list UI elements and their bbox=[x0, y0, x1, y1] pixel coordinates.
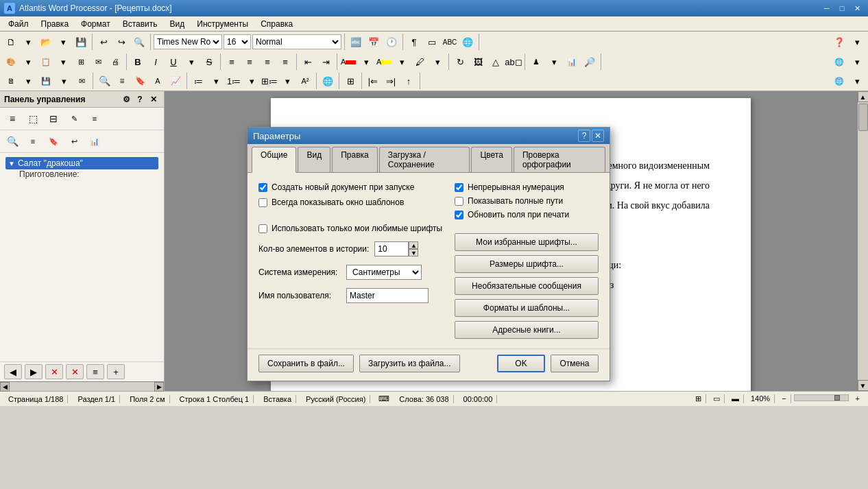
right2-btn1[interactable]: 🌐 bbox=[831, 73, 847, 89]
side-btn-1[interactable]: ≡ bbox=[3, 110, 22, 128]
text-color-dropdown[interactable]: ▾ bbox=[358, 53, 374, 70]
format-dropdown1[interactable]: ▾ bbox=[20, 53, 36, 70]
indent-dec-button[interactable]: ⇤ bbox=[300, 53, 316, 70]
formats-templates-button[interactable]: Форматы и шаблоны... bbox=[455, 299, 599, 317]
textbox-button[interactable]: ab◻ bbox=[505, 53, 522, 70]
dialog-help-button[interactable]: ? bbox=[578, 130, 590, 142]
structure-button[interactable]: ≡ bbox=[114, 73, 130, 89]
menu-view[interactable]: Вид bbox=[165, 18, 191, 30]
menu-insert[interactable]: Вставить bbox=[117, 18, 163, 30]
status-view-btn1[interactable]: ⊞ bbox=[691, 394, 706, 403]
side-btn-6[interactable]: 🔍 bbox=[3, 132, 22, 150]
redo-button[interactable]: ↪ bbox=[113, 34, 130, 50]
help-button[interactable]: ❓ bbox=[831, 34, 847, 50]
align-left-button[interactable]: ≡ bbox=[224, 53, 240, 70]
username-input[interactable] bbox=[346, 288, 429, 303]
tab-load-save[interactable]: Загрузка / Сохранение bbox=[379, 147, 470, 172]
status-view-btn3[interactable]: ▬ bbox=[727, 394, 744, 403]
col-up-button[interactable]: ↑ bbox=[400, 73, 417, 89]
side-close-icon[interactable]: ✕ bbox=[147, 93, 160, 106]
save2-button[interactable]: 💾 bbox=[38, 73, 54, 89]
right-dropdown1[interactable]: ▾ bbox=[849, 53, 865, 70]
open-dropdown[interactable]: ▾ bbox=[55, 34, 71, 50]
list-ordered-button[interactable]: 1≔ bbox=[226, 73, 242, 89]
cancel-button[interactable]: Отмена bbox=[551, 355, 599, 372]
tab-colors[interactable]: Цвета bbox=[471, 147, 511, 172]
spell-check-button[interactable]: 🔤 bbox=[348, 34, 364, 50]
status-zoom-slider[interactable] bbox=[794, 394, 849, 401]
side-btn-9[interactable]: ↩ bbox=[64, 132, 84, 150]
styles-btn[interactable]: ♟ bbox=[528, 53, 544, 70]
side-settings-icon[interactable]: ⚙ bbox=[120, 93, 132, 106]
scroll-down-arrow[interactable]: ▼ bbox=[858, 380, 869, 391]
new2-dropdown[interactable]: ▾ bbox=[20, 73, 36, 89]
list-dropdown2[interactable]: ▾ bbox=[243, 73, 260, 89]
open-button[interactable]: 📂 bbox=[38, 34, 54, 50]
save-button[interactable]: 💾 bbox=[73, 34, 89, 50]
new-button[interactable]: 🗋 bbox=[3, 34, 19, 50]
clock-button[interactable]: 🕐 bbox=[383, 34, 400, 50]
table-btn[interactable]: ⊞ bbox=[73, 53, 89, 70]
spin-down-button[interactable]: ▼ bbox=[409, 249, 418, 257]
side-btn-5[interactable]: ≡ bbox=[85, 110, 104, 128]
right-btn1[interactable]: 🌐 bbox=[831, 53, 847, 70]
scroll-thumb[interactable] bbox=[858, 104, 868, 131]
col-right-button[interactable]: ⇒| bbox=[383, 73, 399, 89]
underline-dropdown[interactable]: ▾ bbox=[183, 53, 200, 70]
menu-edit[interactable]: Правка bbox=[36, 18, 75, 30]
nav-prev-button[interactable]: ◀ bbox=[4, 364, 22, 379]
menu-help[interactable]: Справка bbox=[255, 18, 298, 30]
maximize-button[interactable]: □ bbox=[835, 2, 849, 14]
format-btn1[interactable]: 🎨 bbox=[3, 53, 19, 70]
measure-select[interactable]: Сантиметры bbox=[346, 265, 422, 280]
dialog-close-button[interactable]: ✕ bbox=[592, 130, 604, 142]
bold-button[interactable]: B bbox=[130, 53, 146, 70]
indent-inc-button[interactable]: ⇥ bbox=[317, 53, 334, 70]
find-button[interactable]: 🔍 bbox=[131, 34, 147, 50]
nav-del2-button[interactable]: ✕ bbox=[66, 364, 84, 379]
save-to-file-button[interactable]: Сохранить в файл... bbox=[258, 355, 354, 372]
side-btn-3[interactable]: ⊟ bbox=[44, 110, 63, 128]
list-dropdown1[interactable]: ▾ bbox=[208, 73, 224, 89]
styles-dropdown[interactable]: ▾ bbox=[546, 53, 562, 70]
side-btn-8[interactable]: 🔖 bbox=[44, 132, 63, 150]
underline-button[interactable]: U bbox=[165, 53, 182, 70]
checkbox-create-new-input[interactable] bbox=[258, 183, 267, 192]
tab-spellcheck[interactable]: Проверка орфографии bbox=[514, 147, 605, 172]
pilcrow-button[interactable]: ¶ bbox=[406, 34, 422, 50]
font-size-dropdown[interactable]: 16 bbox=[224, 34, 251, 49]
highlight-button[interactable]: A bbox=[376, 53, 392, 70]
text-color-button[interactable]: A bbox=[340, 53, 357, 70]
menu-tools[interactable]: Инструменты bbox=[191, 18, 254, 30]
ok-button[interactable]: OK bbox=[497, 355, 545, 372]
nav-add-button[interactable]: + bbox=[107, 364, 125, 379]
calendar-button[interactable]: 📅 bbox=[365, 34, 382, 50]
font-name-dropdown[interactable]: Times New Ror bbox=[154, 34, 222, 49]
align-right-button[interactable]: ≡ bbox=[259, 53, 276, 70]
nav-button[interactable]: 📊 bbox=[564, 53, 580, 70]
tree-item-selected[interactable]: ▼ Салат "дракоша" bbox=[5, 157, 158, 169]
img-button[interactable]: 🖼 bbox=[470, 53, 486, 70]
scroll-up-arrow[interactable]: ▲ bbox=[858, 91, 869, 102]
help-dropdown[interactable]: ▾ bbox=[849, 34, 865, 50]
view1-button[interactable]: ▭ bbox=[424, 34, 440, 50]
col-left-button[interactable]: |⇐ bbox=[365, 73, 381, 89]
nav-list-button[interactable]: ≡ bbox=[86, 364, 104, 379]
marker-button[interactable]: 🖊 bbox=[411, 53, 428, 70]
zoom-button[interactable]: 🔎 bbox=[581, 53, 598, 70]
superscript-button[interactable]: A² bbox=[297, 73, 313, 89]
checkbox-show-templates-input[interactable] bbox=[258, 198, 267, 207]
lang-button[interactable]: 🌐 bbox=[459, 34, 476, 50]
checkbox-full-paths-input[interactable] bbox=[455, 197, 463, 206]
list-unordered-button[interactable]: ≔ bbox=[190, 73, 206, 89]
wordart-button[interactable]: A bbox=[149, 73, 166, 89]
address-books-button[interactable]: Адресные книги... bbox=[455, 321, 599, 339]
italic-button[interactable]: I bbox=[147, 53, 164, 70]
checkbox-use-fonts-input[interactable] bbox=[258, 224, 267, 233]
minimize-button[interactable]: ─ bbox=[820, 2, 834, 14]
scroll-right-arrow[interactable]: ▶ bbox=[154, 382, 164, 392]
save2-dropdown[interactable]: ▾ bbox=[56, 73, 72, 89]
tab-view[interactable]: Вид bbox=[298, 147, 330, 172]
font-sizes-button[interactable]: Размеры шрифта... bbox=[455, 255, 599, 273]
format-dropdown2[interactable]: ▾ bbox=[55, 53, 71, 70]
